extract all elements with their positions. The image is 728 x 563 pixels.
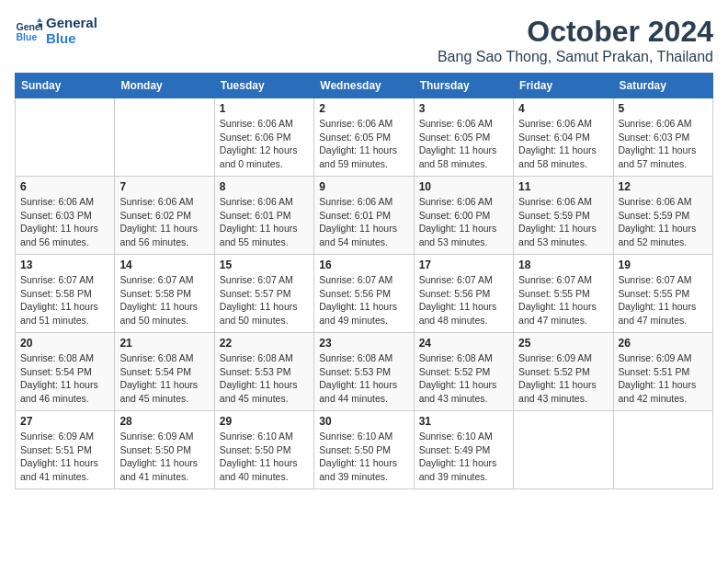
day-cell xyxy=(613,411,712,489)
day-number: 11 xyxy=(518,180,608,193)
col-header-tuesday: Tuesday xyxy=(214,74,313,98)
day-info: Sunrise: 6:06 AM Sunset: 5:59 PM Dayligh… xyxy=(619,195,708,249)
day-info: Sunrise: 6:06 AM Sunset: 6:06 PM Dayligh… xyxy=(220,117,309,171)
day-number: 20 xyxy=(20,337,109,350)
day-info: Sunrise: 6:06 AM Sunset: 6:02 PM Dayligh… xyxy=(119,195,209,249)
day-info: Sunrise: 6:06 AM Sunset: 5:59 PM Dayligh… xyxy=(518,195,608,249)
day-number: 21 xyxy=(119,337,209,350)
day-number: 10 xyxy=(419,180,508,193)
day-number: 17 xyxy=(419,259,508,271)
day-cell: 2Sunrise: 6:06 AM Sunset: 6:05 PM Daylig… xyxy=(314,98,414,177)
day-info: Sunrise: 6:09 AM Sunset: 5:52 PM Dayligh… xyxy=(518,351,608,406)
day-info: Sunrise: 6:07 AM Sunset: 5:58 PM Dayligh… xyxy=(119,273,209,327)
day-info: Sunrise: 6:07 AM Sunset: 5:57 PM Dayligh… xyxy=(220,273,309,327)
calendar-table: SundayMondayTuesdayWednesdayThursdayFrid… xyxy=(15,73,713,489)
day-cell: 4Sunrise: 6:06 AM Sunset: 6:04 PM Daylig… xyxy=(514,98,613,177)
day-info: Sunrise: 6:06 AM Sunset: 6:04 PM Dayligh… xyxy=(518,117,608,171)
day-info: Sunrise: 6:10 AM Sunset: 5:50 PM Dayligh… xyxy=(220,430,309,484)
header: General Blue General Blue October 2024 B… xyxy=(15,15,713,65)
day-cell: 7Sunrise: 6:06 AM Sunset: 6:02 PM Daylig… xyxy=(115,177,214,255)
day-cell: 11Sunrise: 6:06 AM Sunset: 5:59 PM Dayli… xyxy=(514,177,613,255)
day-info: Sunrise: 6:07 AM Sunset: 5:55 PM Dayligh… xyxy=(518,273,608,327)
day-cell: 19Sunrise: 6:07 AM Sunset: 5:55 PM Dayli… xyxy=(613,255,712,333)
day-info: Sunrise: 6:06 AM Sunset: 6:03 PM Dayligh… xyxy=(619,117,708,171)
day-number: 18 xyxy=(518,259,608,271)
day-cell: 6Sunrise: 6:06 AM Sunset: 6:03 PM Daylig… xyxy=(16,177,115,255)
day-number: 26 xyxy=(619,337,708,350)
day-cell: 20Sunrise: 6:08 AM Sunset: 5:54 PM Dayli… xyxy=(16,333,115,411)
day-info: Sunrise: 6:08 AM Sunset: 5:54 PM Dayligh… xyxy=(119,351,209,406)
day-cell: 18Sunrise: 6:07 AM Sunset: 5:55 PM Dayli… xyxy=(514,255,613,333)
day-cell: 31Sunrise: 6:10 AM Sunset: 5:49 PM Dayli… xyxy=(414,411,513,489)
day-number: 29 xyxy=(220,415,309,428)
day-info: Sunrise: 6:06 AM Sunset: 6:01 PM Dayligh… xyxy=(220,195,309,249)
day-number: 24 xyxy=(419,337,508,350)
day-number: 12 xyxy=(619,180,708,193)
day-cell xyxy=(16,98,115,177)
title-block: October 2024 Bang Sao Thong, Samut Praka… xyxy=(438,15,713,65)
col-header-saturday: Saturday xyxy=(613,74,712,98)
day-info: Sunrise: 6:08 AM Sunset: 5:52 PM Dayligh… xyxy=(419,351,508,406)
day-info: Sunrise: 6:06 AM Sunset: 6:05 PM Dayligh… xyxy=(319,117,408,171)
day-number: 5 xyxy=(619,102,708,115)
week-row-5: 27Sunrise: 6:09 AM Sunset: 5:51 PM Dayli… xyxy=(16,411,713,489)
day-number: 23 xyxy=(319,337,408,350)
col-header-monday: Monday xyxy=(115,74,214,98)
day-info: Sunrise: 6:06 AM Sunset: 6:05 PM Dayligh… xyxy=(419,117,508,171)
week-row-3: 13Sunrise: 6:07 AM Sunset: 5:58 PM Dayli… xyxy=(16,255,713,333)
day-cell: 29Sunrise: 6:10 AM Sunset: 5:50 PM Dayli… xyxy=(214,411,313,489)
day-number: 3 xyxy=(419,102,508,115)
day-cell: 17Sunrise: 6:07 AM Sunset: 5:56 PM Dayli… xyxy=(414,255,513,333)
day-number: 7 xyxy=(119,180,209,193)
day-number: 13 xyxy=(20,259,109,271)
svg-marker-2 xyxy=(37,18,42,23)
day-cell: 30Sunrise: 6:10 AM Sunset: 5:50 PM Dayli… xyxy=(314,411,414,489)
logo-line1: General xyxy=(46,15,97,30)
day-cell: 24Sunrise: 6:08 AM Sunset: 5:52 PM Dayli… xyxy=(414,333,513,411)
day-info: Sunrise: 6:06 AM Sunset: 6:01 PM Dayligh… xyxy=(319,195,408,249)
day-info: Sunrise: 6:09 AM Sunset: 5:51 PM Dayligh… xyxy=(20,430,109,484)
day-cell: 22Sunrise: 6:08 AM Sunset: 5:53 PM Dayli… xyxy=(214,333,313,411)
day-cell: 21Sunrise: 6:08 AM Sunset: 5:54 PM Dayli… xyxy=(115,333,214,411)
logo-line2: Blue xyxy=(46,30,97,46)
day-cell: 15Sunrise: 6:07 AM Sunset: 5:57 PM Dayli… xyxy=(214,255,313,333)
day-info: Sunrise: 6:10 AM Sunset: 5:50 PM Dayligh… xyxy=(319,430,408,484)
header-row: SundayMondayTuesdayWednesdayThursdayFrid… xyxy=(16,74,713,98)
day-info: Sunrise: 6:09 AM Sunset: 5:50 PM Dayligh… xyxy=(119,430,209,484)
day-info: Sunrise: 6:09 AM Sunset: 5:51 PM Dayligh… xyxy=(619,351,708,406)
day-number: 31 xyxy=(419,415,508,428)
logo-icon: General Blue xyxy=(15,17,42,44)
day-number: 16 xyxy=(319,259,408,271)
day-cell: 5Sunrise: 6:06 AM Sunset: 6:03 PM Daylig… xyxy=(613,98,712,177)
location-title: Bang Sao Thong, Samut Prakan, Thailand xyxy=(438,49,713,65)
day-cell: 1Sunrise: 6:06 AM Sunset: 6:06 PM Daylig… xyxy=(214,98,313,177)
day-info: Sunrise: 6:10 AM Sunset: 5:49 PM Dayligh… xyxy=(419,430,508,484)
logo: General Blue General Blue xyxy=(15,15,97,46)
day-cell: 16Sunrise: 6:07 AM Sunset: 5:56 PM Dayli… xyxy=(314,255,414,333)
day-number: 28 xyxy=(119,415,209,428)
day-info: Sunrise: 6:08 AM Sunset: 5:54 PM Dayligh… xyxy=(20,351,109,406)
svg-text:Blue: Blue xyxy=(17,31,38,42)
day-info: Sunrise: 6:07 AM Sunset: 5:58 PM Dayligh… xyxy=(20,273,109,327)
day-info: Sunrise: 6:06 AM Sunset: 6:00 PM Dayligh… xyxy=(419,195,508,249)
day-number: 15 xyxy=(220,259,309,271)
day-number: 27 xyxy=(20,415,109,428)
day-cell: 10Sunrise: 6:06 AM Sunset: 6:00 PM Dayli… xyxy=(414,177,513,255)
day-info: Sunrise: 6:08 AM Sunset: 5:53 PM Dayligh… xyxy=(319,351,408,406)
week-row-4: 20Sunrise: 6:08 AM Sunset: 5:54 PM Dayli… xyxy=(16,333,713,411)
day-cell: 3Sunrise: 6:06 AM Sunset: 6:05 PM Daylig… xyxy=(414,98,513,177)
col-header-sunday: Sunday xyxy=(16,74,115,98)
day-cell: 8Sunrise: 6:06 AM Sunset: 6:01 PM Daylig… xyxy=(214,177,313,255)
day-number: 4 xyxy=(518,102,608,115)
day-cell: 12Sunrise: 6:06 AM Sunset: 5:59 PM Dayli… xyxy=(613,177,712,255)
day-info: Sunrise: 6:06 AM Sunset: 6:03 PM Dayligh… xyxy=(20,195,109,249)
col-header-thursday: Thursday xyxy=(414,74,513,98)
week-row-2: 6Sunrise: 6:06 AM Sunset: 6:03 PM Daylig… xyxy=(16,177,713,255)
day-cell: 23Sunrise: 6:08 AM Sunset: 5:53 PM Dayli… xyxy=(314,333,414,411)
month-title: October 2024 xyxy=(438,15,713,49)
day-number: 6 xyxy=(20,180,109,193)
day-cell xyxy=(115,98,214,177)
day-cell: 14Sunrise: 6:07 AM Sunset: 5:58 PM Dayli… xyxy=(115,255,214,333)
day-cell: 27Sunrise: 6:09 AM Sunset: 5:51 PM Dayli… xyxy=(16,411,115,489)
day-number: 14 xyxy=(119,259,209,271)
